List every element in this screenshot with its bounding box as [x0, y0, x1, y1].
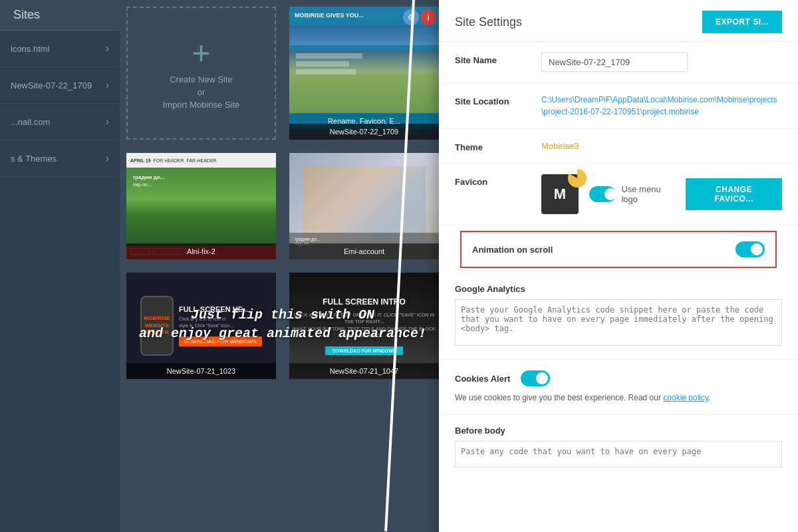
sidebar-item-icons-html[interactable]: icons.html ›: [0, 31, 120, 67]
create-new-site-button[interactable]: + Create New Site or Import Mobirise Sit…: [126, 7, 276, 140]
site-name-label: Site Name: [455, 53, 541, 65]
before-body-label: Before body: [455, 426, 782, 436]
main-content: + Create New Site or Import Mobirise Sit…: [120, 0, 446, 532]
thumb-label: Alni-fix-2: [126, 243, 276, 259]
fullscreen-title: FULL SCREEN INTRO: [323, 297, 405, 307]
site-thumb-phone[interactable]: MOBIRISEWEBSITEBUILDER FULL-SCREEN HE...…: [126, 273, 276, 379]
site-name-value: [541, 53, 782, 72]
or-text: or: [198, 87, 205, 97]
settings-panel: Site Settings EXPORT SI... Site Name Sit…: [439, 0, 798, 532]
thumb-label: NewSite-07-21_1047: [289, 363, 439, 379]
use-menu-logo-toggle-switch[interactable]: [589, 186, 616, 202]
theme-link[interactable]: Mobirise3: [541, 141, 579, 151]
favicon-label: Favicon: [455, 174, 541, 187]
theme-label: Theme: [455, 140, 541, 152]
sidebar-title: Sites: [13, 8, 40, 21]
before-body-row: Before body: [439, 415, 798, 481]
export-area: EXPORT SI...: [692, 11, 782, 33]
site-thumb-alni[interactable]: APRIL 19 FOR HEADER FAR-HEADER градим до…: [126, 153, 276, 259]
cookies-alert-toggle[interactable]: [521, 370, 550, 386]
site-location-text: C:\Users\DreamPiF\AppData\Local\Mobirise…: [541, 94, 782, 118]
thumb-text: MOBIRISE GIVES YOU...: [295, 12, 364, 19]
chevron-right-icon: ›: [106, 116, 109, 128]
google-analytics-label: Google Analytics: [455, 284, 782, 294]
use-menu-logo-toggle: Use menu logo: [589, 184, 676, 204]
site-thumb-newsite-0722[interactable]: MOBIRISE GIVES YOU... ⚙ i Rename, Favico…: [289, 7, 439, 140]
theme-row: Theme Mobirise3: [439, 129, 798, 164]
thumb-settings-bar: ⚙ i: [400, 7, 439, 28]
change-favicon-button[interactable]: CHANGE FAVICO...: [686, 178, 782, 210]
sidebar-header: Sites: [0, 0, 120, 31]
animation-scroll-row: Animation on scroll: [460, 231, 777, 268]
site-name-input[interactable]: [541, 53, 688, 72]
cookies-header: Cookies Alert: [455, 370, 782, 386]
animation-scroll-label: Animation on scroll: [472, 245, 553, 255]
settings-header-bar: Site Settings EXPORT SI...: [439, 0, 798, 42]
cookies-text: We use cookies to give you the best expe…: [455, 392, 782, 404]
chevron-right-icon: ›: [106, 79, 109, 91]
favicon-row: Favicon M Use menu logo CHANGE FAVICO...: [439, 164, 798, 225]
delete-icon[interactable]: i: [420, 9, 436, 25]
chevron-right-icon: ›: [106, 43, 109, 55]
use-menu-logo-label: Use menu logo: [621, 184, 675, 204]
cookies-alert-label: Cookies Alert: [455, 374, 510, 384]
chevron-right-icon: ›: [106, 152, 109, 164]
sidebar-item-newsite[interactable]: NewSite-07-22_1709 ›: [0, 67, 120, 104]
animation-scroll-toggle[interactable]: [735, 241, 765, 257]
site-location-value: C:\Users\DreamPiF\AppData\Local\Mobirise…: [541, 94, 782, 118]
google-analytics-row: Google Analytics: [439, 273, 798, 360]
cookies-alert-row: Cookies Alert We use cookies to give you…: [439, 360, 798, 415]
thumb-label: NewSite-07-22_1709: [289, 124, 439, 140]
sidebar: Sites icons.html › NewSite-07-22_1709 › …: [0, 0, 120, 532]
favicon-icon: M: [541, 174, 579, 214]
create-new-label: Create New Site: [170, 74, 233, 84]
site-location-label: Site Location: [455, 94, 541, 106]
favicon-value: M Use menu logo CHANGE FAVICO...: [541, 174, 782, 214]
sidebar-item-themes[interactable]: s & Themes ›: [0, 140, 120, 177]
sidebar-item-label: s & Themes: [11, 154, 57, 164]
sidebar-item-label: icons.html: [11, 44, 50, 54]
theme-value: Mobirise3: [541, 140, 782, 152]
phone-mockup-icon: MOBIRISEWEBSITEBUILDER: [140, 296, 174, 356]
site-name-row: Site Name: [439, 42, 798, 83]
sidebar-item-mail[interactable]: ...nail.com ›: [0, 104, 120, 140]
sidebar-item-label: NewSite-07-22_1709: [11, 80, 92, 90]
animation-scroll-wrapper: Animation on scroll: [439, 225, 798, 273]
google-analytics-input[interactable]: [455, 299, 782, 346]
settings-title: Site Settings: [455, 15, 522, 29]
site-location-row: Site Location C:\Users\DreamPiF\AppData\…: [439, 83, 798, 129]
thumb-label: Emi-account: [289, 243, 439, 259]
favicon-spinner: [568, 169, 587, 188]
plus-icon: +: [192, 37, 210, 69]
export-site-button[interactable]: EXPORT SI...: [702, 11, 782, 33]
site-thumb-emi[interactable]: градим до... пар-ло... Emi-account: [289, 153, 439, 259]
cookie-policy-link[interactable]: cookie policy: [663, 393, 708, 402]
thumb-label: NewSite-07-21_1023: [126, 363, 276, 379]
before-body-input[interactable]: [455, 441, 782, 467]
favicon-controls: M Use menu logo CHANGE FAVICO...: [541, 174, 782, 214]
sidebar-item-label: ...nail.com: [11, 117, 50, 127]
site-thumb-fullscreen[interactable]: FULL SCREEN INTRO Click any text to edit…: [289, 273, 439, 379]
import-label: Import Mobirise Site: [163, 100, 240, 110]
fullscreen-desc: Click any text to edit or style it. Clic…: [289, 312, 439, 340]
